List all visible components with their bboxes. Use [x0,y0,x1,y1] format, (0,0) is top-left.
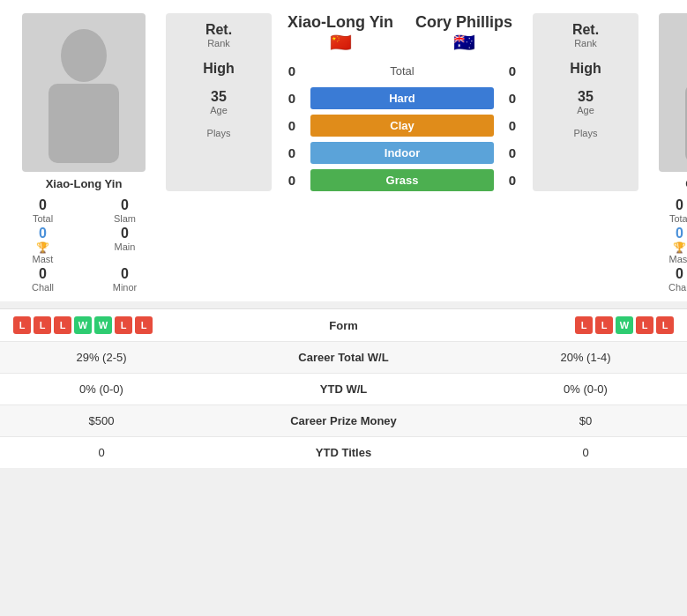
prize-money-left: $500 [13,414,190,427]
right-chall-stat: 0 Chall [646,266,687,293]
indoor-right-score: 0 [499,145,526,160]
clay-court-btn: Clay [310,115,494,137]
right-player-card: Cory Phillips 0 Total 0 Slam 0 🏆 Mast 0 … [646,13,687,293]
left-total-score: 0 [279,63,305,78]
clay-row: 0 Clay 0 [279,115,526,137]
left-form-badge-7: L [135,316,153,334]
left-main-stat: 0 Main [91,226,159,264]
center-courts-section: Xiao-Long Yin 🇨🇳 Cory Phillips 🇦🇺 0 Tota… [279,13,526,191]
right-mast-stat: 0 🏆 Mast [646,226,687,264]
left-player-avatar [22,13,146,172]
clay-right-score: 0 [499,118,526,133]
ytd-wl-row: 0% (0-0) YTD W/L 0% (0-0) [0,373,687,404]
left-plays-item: Plays [207,128,231,138]
right-form-badges: L L W L L [497,316,674,334]
grass-right-score: 0 [499,173,526,188]
right-player-title: Cory Phillips [402,13,526,32]
career-wl-right: 20% (1-4) [497,351,674,364]
svg-rect-1 [49,84,119,163]
left-form-badges: L L L W W L L [13,316,190,334]
left-form-badge-4: W [74,316,92,334]
right-flag: 🇦🇺 [453,33,475,52]
ytd-wl-label: YTD W/L [190,382,497,396]
indoor-court-btn: Indoor [310,142,494,164]
right-player-avatar [659,13,687,172]
career-wl-row: 29% (2-5) Career Total W/L 20% (1-4) [0,341,687,373]
left-flag: 🇨🇳 [330,33,352,52]
left-form-badge-5: W [94,316,112,334]
left-player-title: Xiao-Long Yin [279,13,402,32]
right-total-stat: 0 Total [646,197,687,224]
right-form-badge-4: L [636,316,653,334]
left-minor-stat: 0 Minor [91,266,159,293]
ytd-wl-right: 0% (0-0) [497,382,674,396]
ytd-titles-row: 0 YTD Titles 0 [0,436,687,468]
left-slam-stat: 0 Slam [91,197,159,224]
right-form-badge-2: L [595,316,613,334]
left-mast-stat: 0 🏆 Mast [9,226,77,264]
right-rank-item: Ret. Rank [572,22,599,48]
prize-money-right: $0 [497,414,674,427]
total-label: Total [310,64,494,78]
right-total-score: 0 [499,63,526,78]
hard-left-score: 0 [279,91,305,106]
ytd-titles-right: 0 [497,446,674,459]
right-high-item: High [570,61,601,77]
indoor-row: 0 Indoor 0 [279,142,526,164]
prize-money-label: Career Prize Money [190,414,497,427]
svg-point-0 [61,29,107,82]
top-section: Xiao-Long Yin 0 Total 0 Slam 0 🏆 Mast 0 … [0,0,687,301]
right-form-badge-1: L [575,316,593,334]
middle-section: Ret. Rank High 35 Age Plays Xiao-Long Yi… [159,13,646,191]
left-player-name: Xiao-Long Yin [46,177,123,190]
ytd-wl-left: 0% (0-0) [13,382,190,396]
total-row: 0 Total 0 [279,63,526,78]
left-form-badge-3: L [54,316,71,334]
bottom-section: L L L W W L L Form L L W L L 29% (2-5) C… [0,308,687,468]
left-stats-panel: Ret. Rank High 35 Age Plays [166,13,272,191]
right-age-item: 35 Age [577,89,594,115]
indoor-left-score: 0 [279,145,305,160]
ytd-titles-left: 0 [13,446,190,459]
form-row: L L L W W L L Form L L W L L [0,308,687,341]
left-rank-item: Ret. Rank [205,22,232,48]
left-player-stats: 0 Total 0 Slam 0 🏆 Mast 0 Main 0 Chall 0 [9,197,159,293]
left-form-badge-6: L [115,316,132,334]
hard-court-btn: Hard [310,87,494,109]
hard-right-score: 0 [499,91,526,106]
career-wl-label: Career Total W/L [190,351,497,364]
right-form-badge-5: L [656,316,674,334]
left-total-stat: 0 Total [9,197,77,224]
left-form-badge-2: L [34,316,51,334]
prize-money-row: $500 Career Prize Money $0 [0,404,687,436]
right-stats-panel: Ret. Rank High 35 Age Plays [533,13,638,191]
left-age-item: 35 Age [210,89,228,115]
left-player-card: Xiao-Long Yin 0 Total 0 Slam 0 🏆 Mast 0 … [9,13,159,293]
grass-row: 0 Grass 0 [279,169,526,191]
hard-row: 0 Hard 0 [279,87,526,109]
right-player-stats: 0 Total 0 Slam 0 🏆 Mast 0 Main 0 Chall 0 [646,197,687,293]
form-label: Form [190,319,497,332]
career-wl-left: 29% (2-5) [13,351,190,364]
right-plays-item: Plays [574,128,598,138]
grass-left-score: 0 [279,173,305,188]
clay-left-score: 0 [279,118,305,133]
left-high-item: High [203,61,235,77]
ytd-titles-label: YTD Titles [190,446,497,459]
right-form-badge-3: W [616,316,633,334]
grass-court-btn: Grass [310,169,494,191]
left-form-badge-1: L [13,316,31,334]
left-chall-stat: 0 Chall [9,266,77,293]
